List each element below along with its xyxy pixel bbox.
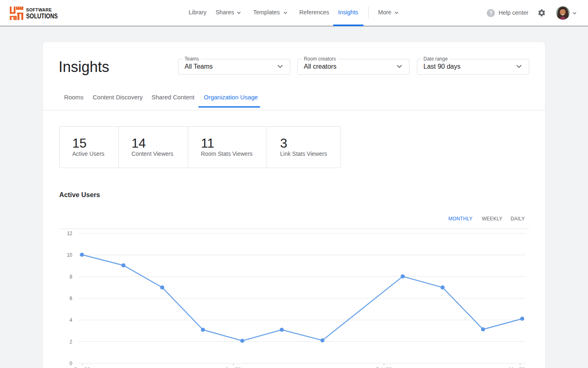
svg-text:10: 10 <box>67 252 73 258</box>
svg-text:Dec '22: Dec '22 <box>74 366 90 368</box>
svg-text:Jan '23: Jan '23 <box>225 366 241 368</box>
svg-text:8: 8 <box>69 274 72 280</box>
svg-text:4: 4 <box>69 317 72 323</box>
svg-text:12: 12 <box>67 231 73 236</box>
svg-text:0: 0 <box>69 361 72 366</box>
svg-text:2: 2 <box>69 339 72 345</box>
svg-text:Mar '23: Mar '23 <box>509 366 525 368</box>
svg-text:6: 6 <box>69 296 72 301</box>
svg-text:Feb '23: Feb '23 <box>376 366 392 368</box>
